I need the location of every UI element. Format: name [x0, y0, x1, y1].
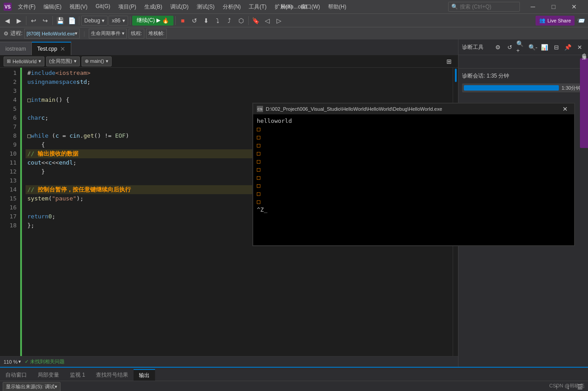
console-input-line-7: □ [257, 174, 571, 182]
member-arrow: ▾ [106, 58, 108, 64]
toolbar-sep-5 [175, 16, 176, 25]
diagnostics-title: 诊断工具 [462, 43, 491, 51]
debug-bar: ⚙ 进程: [8708] HelloWorld.exe ▾ | 生命周期事件 ▾… [0, 27, 588, 39]
platform-arrow: ▾ [122, 17, 125, 24]
console-body[interactable]: helloworld □ □ □ □ □ □ □ □ □ □ ^Z_ [253, 114, 574, 245]
timeline-bar [464, 85, 559, 91]
redo-button[interactable]: ↪ [40, 15, 51, 26]
right-panel-strip: 诊 断 [580, 58, 588, 148]
tab-iostream-label: iostream [5, 46, 26, 52]
console-input-line-1: □ [257, 125, 571, 133]
output-source-dropdown[interactable]: 显示输出来源(S): 调试 ▾ [3, 382, 61, 391]
diag-zoom-in[interactable]: 🔍+ [516, 42, 526, 52]
tab-testcpp[interactable]: Test.cpp ✕ [32, 42, 71, 55]
diag-pin-btn[interactable]: 📌 [563, 42, 573, 52]
diagnostics-header: 诊断工具 ⚙ ↺ 🔍+ 🔍- 📊 ⊟ 📌 ✕ [458, 39, 588, 55]
console-output-line: helloworld [257, 117, 571, 125]
file-label: HelloWorld [13, 59, 37, 64]
menu-test[interactable]: 测试(S) [193, 2, 218, 12]
menu-git[interactable]: Git(G) [92, 2, 114, 12]
menu-view[interactable]: 视图(V) [66, 2, 91, 12]
lifecycle-dropdown[interactable]: 生命周期事件 ▾ [89, 29, 127, 39]
tab-autownd[interactable]: 自动窗口 [0, 369, 32, 381]
maximize-button[interactable]: □ [543, 0, 564, 13]
undo-button[interactable]: ↩ [28, 15, 39, 26]
continue-button[interactable]: 继续(C) ▶ 🔥 [132, 16, 173, 26]
live-share-button[interactable]: 👥 Live Share [536, 16, 575, 26]
scope-dropdown[interactable]: (全局范围) ▾ [46, 56, 80, 66]
no-issues-indicator: ✓ 未找到相关问题 [25, 358, 65, 365]
forward-button[interactable]: ▶ [13, 15, 24, 26]
diag-settings-btn[interactable]: ⚙ [493, 42, 503, 52]
diag-refresh-btn[interactable]: ↺ [505, 42, 514, 52]
debug-config-arrow: ▾ [102, 17, 104, 24]
save-button[interactable]: 💾 [55, 15, 65, 26]
menu-build[interactable]: 生成(B) [141, 2, 166, 12]
window-controls: ─ □ ✕ [523, 0, 584, 13]
tab-autownd-label: 自动窗口 [5, 371, 27, 379]
file-dropdown-arrow: ▾ [39, 58, 41, 64]
search-icon: 🔍 [451, 4, 458, 10]
back-button[interactable]: ◀ [2, 15, 13, 26]
editor-status-bar: 110 % ▾ ✓ 未找到相关问题 [0, 356, 458, 367]
zoom-level[interactable]: 110 % ▾ [4, 359, 21, 365]
editor-header: ⊞ HelloWorld ▾ (全局范围) ▾ ⊕ main() ▾ ⊞ [0, 55, 458, 68]
watermark-text: CSDN @韩晓亮 [549, 383, 584, 388]
bookmark-btn[interactable]: 🔖 [251, 15, 261, 26]
zoom-value: 110 % [4, 359, 17, 365]
search-input[interactable] [460, 4, 509, 10]
menu-file[interactable]: 文件(F) [14, 2, 39, 12]
menu-analyze[interactable]: 分析(N) [219, 2, 245, 12]
tab-find-symbol[interactable]: 查找符号结果 [91, 369, 134, 381]
process-label: 进程: [10, 30, 22, 37]
diag-float-btn[interactable]: ⊟ [551, 42, 561, 52]
save-all-button[interactable]: 📄 [66, 15, 77, 26]
console-input-line-3: □ [257, 141, 571, 149]
menu-debug[interactable]: 调试(D) [167, 2, 192, 12]
platform-dropdown[interactable]: x86 ▾ [108, 16, 128, 26]
tab-watch1[interactable]: 监视 1 [65, 369, 91, 381]
tab-find-symbol-label: 查找符号结果 [96, 371, 128, 379]
diag-zoom-out[interactable]: 🔍- [528, 42, 538, 52]
diag-chart-btn[interactable]: 📊 [540, 42, 549, 52]
console-window: CS D:\002_Project\006_Visual_Studio\Hell… [252, 103, 575, 246]
menu-tools[interactable]: 工具(T) [245, 2, 270, 12]
process-dropdown[interactable]: [8708] HelloWorld.exe ▾ [24, 29, 80, 39]
thread-label: 线程: [131, 30, 142, 37]
close-button[interactable]: ✕ [564, 0, 584, 13]
menu-help[interactable]: 帮助(H) [324, 2, 350, 12]
stop-button[interactable]: ■ [177, 15, 188, 26]
diag-close-btn[interactable]: ✕ [575, 42, 584, 52]
file-dropdown[interactable]: ⊞ HelloWorld ▾ [4, 56, 44, 66]
line-numbers: 1 2 3 4 5 6 7 8 9 10 11 12 13 14 15 16 1… [0, 68, 20, 356]
debug-config-dropdown[interactable]: Debug ▾ [81, 16, 108, 26]
code-line-1: #include <iostream> [26, 69, 453, 78]
menu-project[interactable]: 项目(P) [115, 2, 140, 12]
diagnostics-toolbar [458, 55, 588, 69]
process-dropdown-arrow: ▾ [75, 30, 78, 36]
toolbar: ◀ ▶ ↩ ↪ 💾 📄 Debug ▾ x86 ▾ 继续(C) ▶ 🔥 ■ ↺ … [0, 13, 588, 27]
console-close-btn[interactable]: ✕ [560, 104, 571, 114]
menu-edit[interactable]: 编辑(E) [40, 2, 65, 12]
search-box[interactable]: 🔍 [448, 2, 520, 12]
minimize-button[interactable]: ─ [523, 0, 543, 13]
feedback-btn[interactable]: 📨 [575, 15, 586, 26]
next-bookmark[interactable]: ▷ [274, 15, 285, 26]
tab-locals[interactable]: 局部变量 [32, 369, 65, 381]
code-line-2: using namespace std; [26, 78, 453, 87]
breakpoints-btn[interactable]: ⬡ [236, 15, 246, 26]
tab-output[interactable]: 输出 [134, 369, 155, 381]
live-share-label: Live Share [547, 18, 571, 23]
stack-dropdown[interactable]: 堆栈帧: [146, 29, 167, 39]
member-dropdown[interactable]: ⊕ main() ▾ [82, 56, 112, 66]
thread-dropdown[interactable]: 线程: [129, 29, 144, 39]
restart-button[interactable]: ↺ [189, 15, 200, 26]
prev-bookmark[interactable]: ◁ [262, 15, 273, 26]
step-out[interactable]: ⤴ [224, 15, 235, 26]
tab-iostream[interactable]: iostream [0, 42, 32, 55]
close-tab-testcpp[interactable]: ✕ [60, 46, 65, 52]
step-into[interactable]: ⤵ [212, 15, 223, 26]
step-over[interactable]: ⬇ [201, 15, 212, 26]
split-editor-btn[interactable]: ⊞ [444, 56, 454, 67]
debug-config-label: Debug [84, 17, 100, 24]
